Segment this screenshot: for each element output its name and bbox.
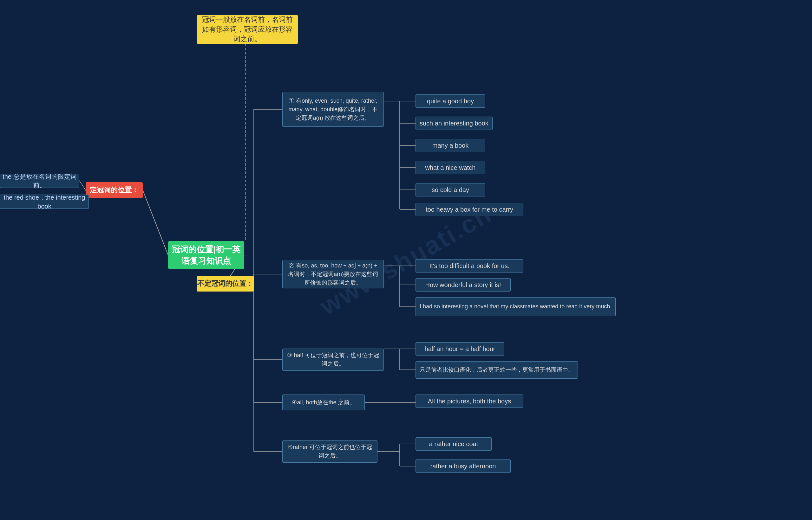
example-too-heavy: too heavy a box for me to carry — [416, 203, 523, 216]
lines-layer — [0, 0, 812, 520]
svg-line-2 — [143, 190, 168, 255]
example-i-had-so: I had so interesting a novel that my cla… — [416, 297, 616, 316]
rule3-node: ③ half 可位于冠词之前，也可位于冠词之后。 — [282, 348, 384, 371]
the-desc-node: the 总是放在名词的限定词前。 — [0, 174, 79, 188]
rule2-node: ② 有so, as, too, how + adj + a(n) + 名词时，不… — [282, 260, 384, 288]
center-node: 冠词的位置|初一英语复习知识点 — [168, 241, 244, 269]
example-how-wonderful: How wonderful a story it is! — [416, 278, 511, 291]
example-half-an-hour: half an hour = a half hour — [416, 342, 504, 356]
rule1-node: ① 有only, even, such, quite, rather, many… — [282, 92, 384, 127]
dingguanci-node: 定冠词的位置： — [85, 182, 143, 198]
example-rather-busy: rather a busy afternoon — [416, 460, 511, 473]
example-such-interesting: such an interesting book — [416, 116, 493, 130]
svg-line-3 — [79, 181, 85, 190]
buding-node: 不定冠词的位置： — [197, 276, 254, 291]
mindmap-container: www.shuati.cn — [0, 0, 812, 520]
example-rather-nice-coat: a rather nice coat — [416, 437, 492, 450]
example-all-pictures: All the pictures, both the boys — [416, 394, 523, 408]
rule4-node: ④all, both放在the 之前。 — [282, 394, 365, 410]
example-so-cold-day: so cold a day — [416, 183, 485, 197]
top-description: 冠词一般放在名词前，名词前如有形容词，冠词应放在形容词之前。 — [197, 15, 298, 44]
example-quite-good-boy: quite a good boy — [416, 95, 485, 108]
rule5-node: ⑤rather 可位于冠词之前也位于冠词之后。 — [282, 440, 377, 463]
example-many-book: many a book — [416, 139, 485, 152]
example-too-difficult: It's too difficult a book for us. — [416, 259, 523, 272]
the-example-node: the red shoe，the interesting book — [0, 194, 89, 209]
example-what-nice-watch: what a nice watch — [416, 161, 485, 174]
example-half-note: 只是前者比较口语化，后者更正式一些，更常用于书面语中。 — [416, 361, 578, 379]
